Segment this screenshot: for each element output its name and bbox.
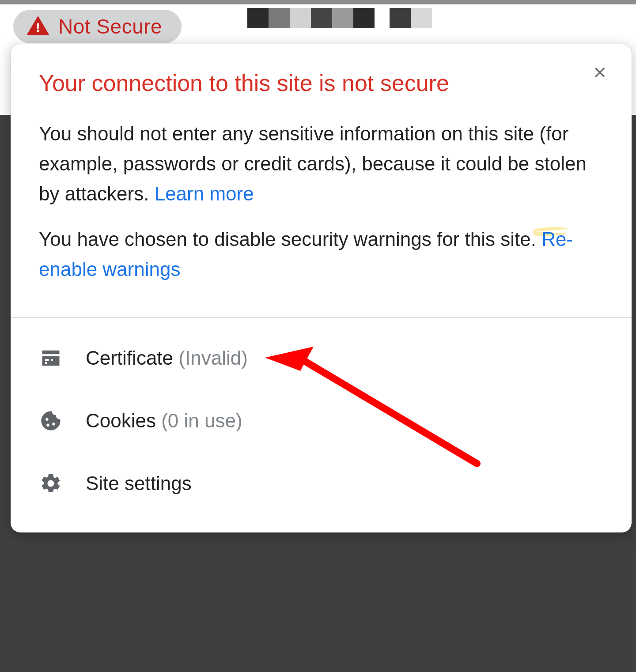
popup-menu: Certificate (Invalid) Cookies (0 in use)… [11,318,632,515]
not-secure-badge[interactable]: Not Secure [13,10,182,43]
cookies-row[interactable]: Cookies (0 in use) [39,389,603,452]
close-icon [591,64,608,81]
cookie-icon [39,409,63,433]
gear-icon [39,472,63,495]
popup-title: Your connection to this site is not secu… [39,69,603,98]
certificate-label: Certificate [86,347,173,369]
popup-body-1-text: You should not enter any sensitive infor… [39,123,587,204]
popup-body-2-text: You have chosen to disable security warn… [39,228,541,250]
not-secure-label: Not Secure [58,15,162,38]
close-button[interactable] [587,60,612,85]
site-settings-label: Site settings [86,472,192,494]
site-info-popup: Your connection to this site is not secu… [11,44,632,532]
cookies-status: (0 in use) [161,410,242,431]
certificate-status: (Invalid) [178,347,248,369]
cookies-label: Cookies [86,410,156,431]
warning-triangle-icon [26,16,49,35]
redacted-url [247,8,432,28]
site-settings-row[interactable]: Site settings [39,452,603,515]
popup-body-1: You should not enter any sensitive infor… [39,119,603,209]
popup-body-2: You have chosen to disable security warn… [39,224,603,284]
certificate-icon [39,346,63,370]
learn-more-link[interactable]: Learn more [155,183,254,204]
certificate-row[interactable]: Certificate (Invalid) [39,327,603,389]
